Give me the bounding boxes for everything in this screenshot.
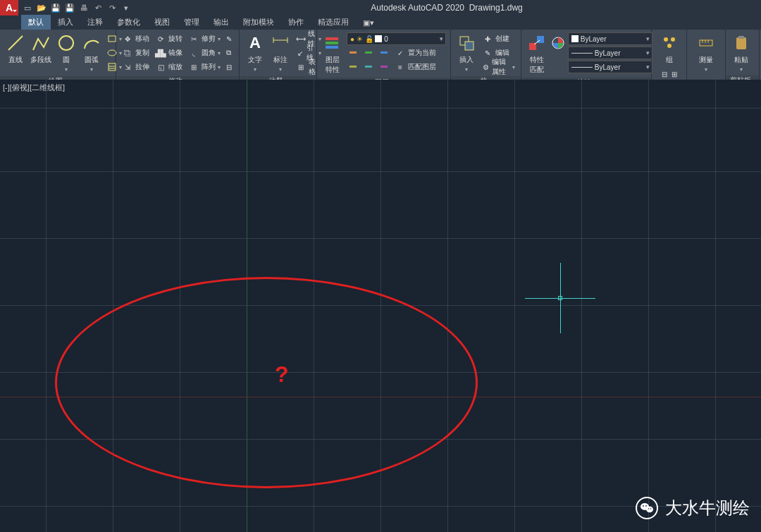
grid-line [581, 80, 582, 532]
tab-manage[interactable]: 管理 [177, 15, 206, 30]
copy-button[interactable]: ⿻复制 [120, 47, 151, 59]
matchprop-button[interactable]: 特性 匹配 [526, 32, 548, 75]
undo-icon[interactable]: ↶ [92, 1, 104, 14]
group-edit-icon[interactable]: ⊟ [660, 68, 669, 80]
new-icon[interactable]: ▭ [21, 1, 34, 14]
layer-combo[interactable]: ● ☀ 🔓 0 [347, 32, 446, 45]
dimension-button[interactable]: 标注▾ [269, 32, 292, 73]
panel-properties: 特性 匹配 ByLayer ByLayer ByLayer 特性 ▾ [521, 30, 652, 85]
tab-annotate[interactable]: 注释 [80, 15, 110, 30]
plot-icon[interactable]: 🖶 [78, 1, 90, 14]
measure-button[interactable]: 测量▾ [695, 32, 717, 73]
layer-lock-icon[interactable] [378, 47, 390, 59]
tab-insert[interactable]: 插入 [51, 15, 80, 30]
annotation-question-mark: ? [275, 361, 289, 388]
ungroup-icon[interactable]: ⊞ [670, 68, 679, 80]
tab-featured[interactable]: 精选应用 [311, 15, 356, 30]
tab-view[interactable]: 视图 [147, 15, 177, 30]
offset-icon[interactable]: ⧉ [225, 47, 233, 59]
layer-props-icon [322, 32, 343, 54]
fillet-button[interactable]: ◟圆角 ▾ [187, 47, 222, 59]
layer-freeze-icon[interactable] [362, 47, 375, 59]
line-icon [5, 32, 26, 54]
set-current-button[interactable]: ✓置为当前 [393, 47, 438, 59]
color-wheel-button[interactable] [551, 32, 565, 54]
explode-icon[interactable]: ⊟ [225, 61, 233, 73]
svg-rect-32 [738, 36, 744, 39]
panel-block: 插入▾ ✚创建 ✎编辑 ⚙编辑属性▾ 块 ▾ [451, 30, 521, 85]
svg-rect-18 [380, 66, 388, 68]
layer-props-button[interactable]: 图层 特性 [321, 32, 344, 75]
annotation-ellipse [55, 277, 478, 488]
layer-thaw-icon[interactable] [378, 61, 390, 73]
fillet-icon: ◟ [188, 47, 199, 58]
tab-output[interactable]: 输出 [206, 15, 236, 30]
panel-clipboard: 粘贴▾ 剪贴板 ▾ [726, 30, 760, 85]
match-layer-icon: ≡ [395, 61, 406, 73]
polyline-button[interactable]: 多段线 [30, 32, 52, 65]
tab-collab[interactable]: 协作 [281, 15, 311, 30]
trim-button[interactable]: ✂修剪 ▾ [187, 32, 222, 45]
lock-icon: 🔓 [365, 35, 373, 43]
linetype-combo[interactable]: ByLayer [568, 61, 652, 73]
text-button[interactable]: A 文字▾ [244, 32, 266, 73]
svg-rect-13 [349, 51, 357, 54]
paste-icon [731, 32, 752, 54]
arc-button[interactable]: 圆弧▾ [80, 32, 103, 73]
layer-on-icon[interactable] [362, 61, 375, 73]
svg-rect-20 [465, 42, 474, 50]
svg-rect-15 [380, 51, 388, 54]
svg-rect-27 [700, 40, 712, 46]
move-button[interactable]: ✥移动 [120, 32, 151, 45]
svg-point-24 [664, 37, 668, 42]
quick-access-toolbar: ▭ 📂 💾 💾 🖶 ↶ ↷ ▾ [21, 1, 132, 14]
grid-line [113, 80, 113, 532]
group-button[interactable]: 组 [658, 32, 681, 65]
titlebar: A ▭ 📂 💾 💾 🖶 ↶ ↷ ▾ Autodesk AutoCAD 2020 … [0, 0, 761, 16]
panel-modify: ✥移动 ⿻复制 ⇲拉伸 ⟳旋转 ▟▙镜像 ◱缩放 ✂修剪 ▾ ◟圆角 ▾ ⊞阵列… [116, 30, 240, 85]
svg-point-25 [671, 37, 675, 42]
tab-default[interactable]: 默认 [21, 15, 51, 30]
svg-point-26 [667, 44, 672, 48]
grid-line [0, 171, 761, 172]
grid-line [0, 238, 761, 239]
tab-overflow-icon[interactable]: ▣▾ [356, 16, 381, 30]
svg-rect-12 [326, 46, 338, 49]
save-icon[interactable]: 💾 [49, 1, 62, 14]
rotate-button[interactable]: ⟳旋转 [154, 32, 184, 45]
stretch-button[interactable]: ⇲拉伸 [120, 61, 151, 73]
paste-button[interactable]: 粘贴▾ [730, 32, 753, 73]
tab-addins[interactable]: 附加模块 [236, 15, 281, 30]
tab-parametric[interactable]: 参数化 [110, 15, 147, 30]
qat-dropdown-icon[interactable]: ▾ [120, 1, 132, 14]
match-layer-button[interactable]: ≡匹配图层 [393, 61, 438, 73]
grid-line [447, 80, 448, 532]
erase-icon[interactable]: ✎ [225, 32, 233, 45]
saveas-icon[interactable]: 💾 [63, 1, 76, 14]
layer-off-icon[interactable] [347, 61, 359, 73]
editattr-button[interactable]: ⚙编辑属性▾ [481, 61, 516, 73]
scale-button[interactable]: ◱缩放 [154, 61, 184, 73]
app-menu-button[interactable]: A [0, 0, 18, 16]
layer-iso-icon[interactable] [347, 47, 359, 59]
viewport-label[interactable]: [-][俯视][二维线框] [3, 82, 65, 93]
svg-point-36 [645, 505, 647, 507]
panel-group: 组 ⊟ ⊞ 组 ▾ [652, 30, 687, 85]
open-icon[interactable]: 📂 [35, 1, 48, 14]
editattr-icon: ⚙ [482, 61, 490, 73]
line-button[interactable]: 直线 [4, 32, 27, 65]
create-button[interactable]: ✚创建 [481, 32, 516, 45]
group-icon [659, 32, 680, 54]
circle-button[interactable]: 圆▾ [55, 32, 78, 73]
circle-icon [56, 32, 77, 54]
color-combo[interactable]: ByLayer [568, 32, 652, 45]
lineweight-combo[interactable]: ByLayer [568, 47, 652, 59]
crosshair-pickbox [558, 296, 562, 300]
insert-button[interactable]: 插入▾ [455, 32, 478, 73]
scale-icon: ◱ [155, 61, 166, 73]
array-button[interactable]: ⊞阵列 ▾ [187, 61, 222, 73]
mirror-button[interactable]: ▟▙镜像 [154, 47, 184, 59]
drawing-canvas[interactable]: [-][俯视][二维线框] ? 大水牛测绘 [0, 80, 761, 532]
insert-icon [456, 32, 477, 54]
redo-icon[interactable]: ↷ [106, 1, 118, 14]
